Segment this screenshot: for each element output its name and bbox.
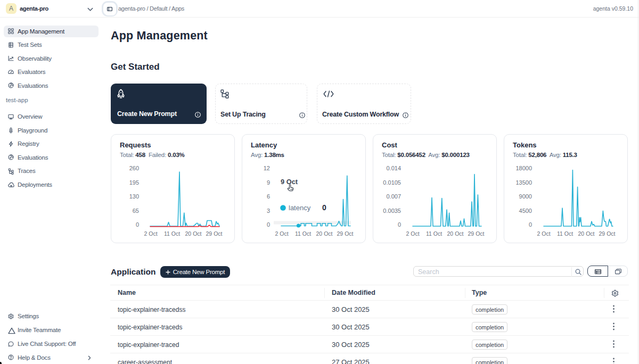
svg-text:9 Oct: 9 Oct [281, 178, 298, 186]
svg-text:latency: latency [289, 204, 311, 212]
svg-text:0: 0 [322, 203, 326, 212]
